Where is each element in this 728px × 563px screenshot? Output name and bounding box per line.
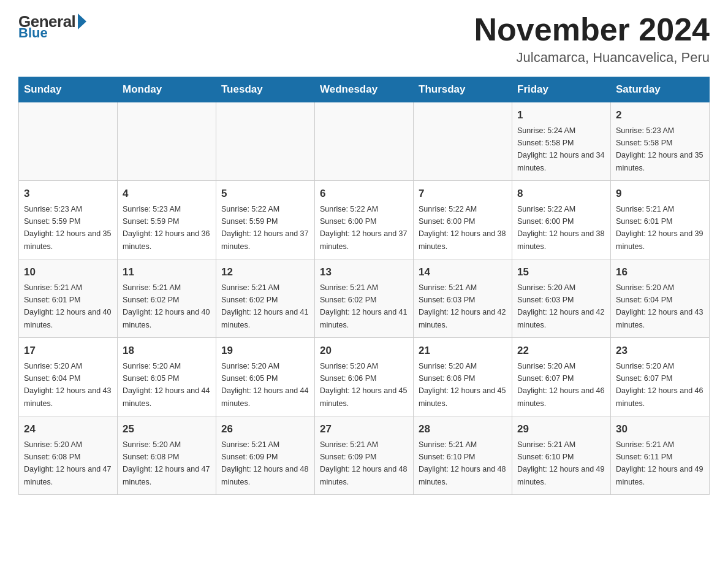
day-number: 23 [616,343,704,359]
page-header: General Blue November 2024 Julcamarca, H… [18,12,710,66]
calendar-cell [414,102,512,181]
day-number: 30 [616,421,704,437]
calendar-cell: 10 Sunrise: 5:21 AMSunset: 6:01 PMDaylig… [19,259,118,338]
calendar-cell: 16 Sunrise: 5:20 AMSunset: 6:04 PMDaylig… [611,259,710,338]
calendar-cell: 30 Sunrise: 5:21 AMSunset: 6:11 PMDaylig… [611,416,710,495]
day-number: 25 [123,421,211,437]
calendar-cell: 14 Sunrise: 5:21 AMSunset: 6:03 PMDaylig… [414,259,512,338]
calendar-cell: 1 Sunrise: 5:24 AMSunset: 5:58 PMDayligh… [512,102,611,181]
day-number: 2 [616,107,704,123]
day-number: 21 [419,343,507,359]
calendar-table: Sunday Monday Tuesday Wednesday Thursday… [18,77,710,495]
day-number: 5 [221,186,309,202]
day-info: Sunrise: 5:23 AMSunset: 5:59 PMDaylight:… [123,205,210,251]
day-number: 8 [517,186,605,202]
day-info: Sunrise: 5:20 AMSunset: 6:05 PMDaylight:… [123,362,210,408]
header-wednesday: Wednesday [315,77,414,102]
day-info: Sunrise: 5:20 AMSunset: 6:06 PMDaylight:… [419,362,506,408]
day-info: Sunrise: 5:23 AMSunset: 5:58 PMDaylight:… [616,126,703,172]
day-info: Sunrise: 5:21 AMSunset: 6:09 PMDaylight:… [221,440,308,486]
header-saturday: Saturday [611,77,710,102]
calendar-cell: 20 Sunrise: 5:20 AMSunset: 6:06 PMDaylig… [315,338,414,416]
calendar-week-row: 17 Sunrise: 5:20 AMSunset: 6:04 PMDaylig… [19,338,710,416]
day-number: 3 [24,186,112,202]
calendar-cell: 29 Sunrise: 5:21 AMSunset: 6:10 PMDaylig… [512,416,611,495]
calendar-cell: 7 Sunrise: 5:22 AMSunset: 6:00 PMDayligh… [414,181,512,259]
calendar-cell: 17 Sunrise: 5:20 AMSunset: 6:04 PMDaylig… [19,338,118,416]
day-number: 12 [221,264,309,280]
calendar-week-row: 1 Sunrise: 5:24 AMSunset: 5:58 PMDayligh… [19,102,710,181]
day-info: Sunrise: 5:22 AMSunset: 6:00 PMDaylight:… [419,205,506,251]
calendar-cell: 15 Sunrise: 5:20 AMSunset: 6:03 PMDaylig… [512,259,611,338]
calendar-cell [19,102,118,181]
title-section: November 2024 Julcamarca, Huancavelica, … [474,12,710,66]
header-tuesday: Tuesday [216,77,315,102]
day-number: 14 [419,264,507,280]
header-monday: Monday [118,77,216,102]
day-info: Sunrise: 5:21 AMSunset: 6:02 PMDaylight:… [221,283,308,329]
day-number: 1 [517,107,605,123]
calendar-cell: 12 Sunrise: 5:21 AMSunset: 6:02 PMDaylig… [216,259,315,338]
day-info: Sunrise: 5:23 AMSunset: 5:59 PMDaylight:… [24,205,111,251]
day-number: 22 [517,343,605,359]
header-sunday: Sunday [19,77,118,102]
logo-blue-text: Blue [18,25,48,41]
header-friday: Friday [512,77,611,102]
calendar-cell: 18 Sunrise: 5:20 AMSunset: 6:05 PMDaylig… [118,338,216,416]
calendar-week-row: 24 Sunrise: 5:20 AMSunset: 6:08 PMDaylig… [19,416,710,495]
calendar-cell [216,102,315,181]
calendar-cell: 8 Sunrise: 5:22 AMSunset: 6:00 PMDayligh… [512,181,611,259]
calendar-cell [118,102,216,181]
day-info: Sunrise: 5:21 AMSunset: 6:02 PMDaylight:… [123,283,210,329]
calendar-cell: 25 Sunrise: 5:20 AMSunset: 6:08 PMDaylig… [118,416,216,495]
day-number: 13 [320,264,408,280]
day-info: Sunrise: 5:21 AMSunset: 6:10 PMDaylight:… [419,440,506,486]
calendar-cell: 28 Sunrise: 5:21 AMSunset: 6:10 PMDaylig… [414,416,512,495]
day-number: 11 [123,264,211,280]
day-info: Sunrise: 5:20 AMSunset: 6:07 PMDaylight:… [616,362,703,408]
calendar-cell: 19 Sunrise: 5:20 AMSunset: 6:05 PMDaylig… [216,338,315,416]
day-number: 26 [221,421,309,437]
calendar-title: November 2024 [474,12,710,47]
calendar-cell: 21 Sunrise: 5:20 AMSunset: 6:06 PMDaylig… [414,338,512,416]
day-info: Sunrise: 5:20 AMSunset: 6:07 PMDaylight:… [517,362,604,408]
calendar-cell: 22 Sunrise: 5:20 AMSunset: 6:07 PMDaylig… [512,338,611,416]
day-number: 7 [419,186,507,202]
calendar-cell [315,102,414,181]
day-info: Sunrise: 5:21 AMSunset: 6:10 PMDaylight:… [517,440,604,486]
day-number: 15 [517,264,605,280]
day-info: Sunrise: 5:20 AMSunset: 6:04 PMDaylight:… [616,283,703,329]
calendar-cell: 5 Sunrise: 5:22 AMSunset: 5:59 PMDayligh… [216,181,315,259]
logo-arrow-icon [78,13,86,29]
day-info: Sunrise: 5:22 AMSunset: 5:59 PMDaylight:… [221,205,308,251]
header-thursday: Thursday [414,77,512,102]
calendar-week-row: 10 Sunrise: 5:21 AMSunset: 6:01 PMDaylig… [19,259,710,338]
day-number: 19 [221,343,309,359]
calendar-cell: 3 Sunrise: 5:23 AMSunset: 5:59 PMDayligh… [19,181,118,259]
day-info: Sunrise: 5:20 AMSunset: 6:06 PMDaylight:… [320,362,407,408]
calendar-cell: 11 Sunrise: 5:21 AMSunset: 6:02 PMDaylig… [118,259,216,338]
day-number: 24 [24,421,112,437]
logo: General Blue [18,12,86,41]
day-info: Sunrise: 5:22 AMSunset: 6:00 PMDaylight:… [320,205,407,251]
day-info: Sunrise: 5:24 AMSunset: 5:58 PMDaylight:… [517,126,604,172]
day-number: 18 [123,343,211,359]
calendar-cell: 4 Sunrise: 5:23 AMSunset: 5:59 PMDayligh… [118,181,216,259]
calendar-cell: 2 Sunrise: 5:23 AMSunset: 5:58 PMDayligh… [611,102,710,181]
day-number: 28 [419,421,507,437]
day-info: Sunrise: 5:21 AMSunset: 6:02 PMDaylight:… [320,283,407,329]
day-number: 20 [320,343,408,359]
day-info: Sunrise: 5:21 AMSunset: 6:01 PMDaylight:… [24,283,111,329]
calendar-cell: 24 Sunrise: 5:20 AMSunset: 6:08 PMDaylig… [19,416,118,495]
day-number: 29 [517,421,605,437]
calendar-cell: 13 Sunrise: 5:21 AMSunset: 6:02 PMDaylig… [315,259,414,338]
day-number: 4 [123,186,211,202]
day-info: Sunrise: 5:20 AMSunset: 6:03 PMDaylight:… [517,283,604,329]
day-number: 9 [616,186,704,202]
day-info: Sunrise: 5:21 AMSunset: 6:03 PMDaylight:… [419,283,506,329]
day-number: 17 [24,343,112,359]
day-info: Sunrise: 5:21 AMSunset: 6:01 PMDaylight:… [616,205,703,251]
calendar-subtitle: Julcamarca, Huancavelica, Peru [474,50,710,66]
day-info: Sunrise: 5:21 AMSunset: 6:11 PMDaylight:… [616,440,703,486]
day-info: Sunrise: 5:20 AMSunset: 6:04 PMDaylight:… [24,362,111,408]
